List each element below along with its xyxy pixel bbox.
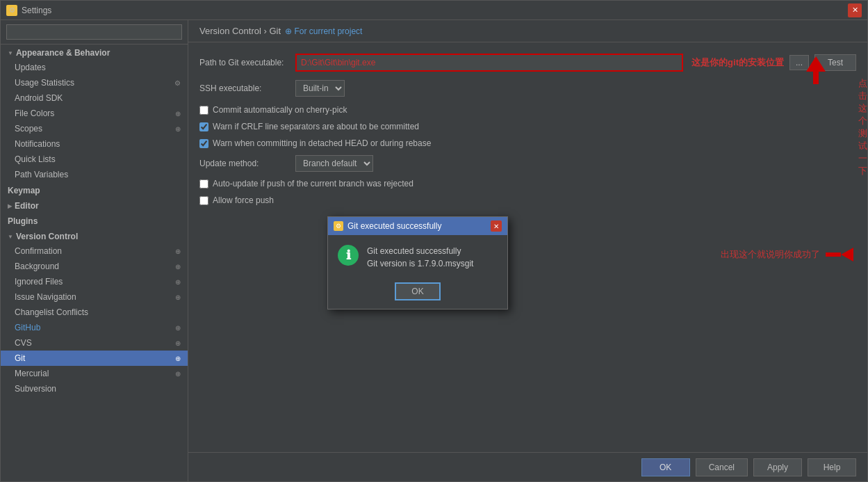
- sidebar-item-git[interactable]: Git ⊕: [1, 351, 188, 366]
- checkbox-auto-update-label: Auto-update if push of the current branc…: [213, 179, 413, 188]
- sidebar-item-changelist-conflicts[interactable]: Changelist Conflicts: [1, 305, 188, 320]
- sidebar-item-scopes[interactable]: Scopes ⊕: [1, 121, 188, 136]
- app-icon: ⚙: [6, 5, 17, 16]
- settings-icon: ⚙: [174, 79, 181, 87]
- sidebar-item-mercurial[interactable]: Mercurial ⊕: [1, 366, 188, 381]
- breadcrumb: Version Control › Git: [199, 26, 281, 36]
- ssh-select-container: Built-in: [295, 80, 345, 97]
- checkbox-crlf: Warn if CRLF line separators are about t…: [199, 122, 856, 131]
- checkbox-crlf-label: Warn if CRLF line separators are about t…: [213, 122, 419, 131]
- right-panel: Version Control › Git ⊕ For current proj…: [188, 20, 867, 481]
- git-success-dialog: ⚙ Git executed successfully ✕ ℹ Git exec…: [327, 216, 508, 310]
- ignored-icon: ⊕: [175, 278, 181, 286]
- sidebar-item-notifications[interactable]: Notifications: [1, 136, 188, 152]
- sidebar-item-path-variables[interactable]: Path Variables: [1, 167, 188, 182]
- mercurial-icon: ⊕: [175, 370, 181, 378]
- dialog-message-line1: Git executed successfully: [367, 245, 473, 257]
- checkbox-auto-update: Auto-update if push of the current branc…: [199, 179, 856, 188]
- ssh-form-row: SSH executable: Built-in: [199, 80, 856, 97]
- apply-button[interactable]: Apply: [753, 458, 802, 476]
- dialog-message: Git executed successfully Git version is…: [367, 245, 473, 270]
- checkbox-cherry-pick-input[interactable]: [199, 106, 208, 115]
- sidebar-item-plugins[interactable]: Plugins: [1, 213, 188, 228]
- search-input[interactable]: [6, 24, 182, 40]
- update-label: Update method:: [199, 159, 290, 168]
- project-link[interactable]: ⊕ For current project: [285, 26, 362, 36]
- sidebar-item-background[interactable]: Background ⊕: [1, 259, 188, 274]
- cancel-button[interactable]: Cancel: [696, 458, 748, 476]
- background-icon: ⊕: [175, 263, 181, 271]
- sidebar: ▼ Appearance & Behavior Updates Usage St…: [1, 20, 188, 481]
- sidebar-label-appearance: Appearance & Behavior: [16, 48, 110, 58]
- dialog-ok-button[interactable]: OK: [395, 282, 440, 300]
- checkbox-force-push: Allow force push: [199, 195, 856, 205]
- window-title: Settings: [22, 6, 51, 15]
- checkbox-crlf-input[interactable]: [199, 122, 208, 131]
- path-input-container: 这是你的git的安装位置: [295, 54, 784, 72]
- git-icon: ⊕: [175, 355, 181, 362]
- sidebar-item-subversion[interactable]: Subversion: [1, 381, 188, 396]
- editor-expand-icon: ▶: [8, 203, 12, 209]
- checkbox-detached-head-label: Warn when committing in detached HEAD or…: [213, 138, 431, 148]
- dialog-title-bar: ⚙ Git executed successfully ✕: [328, 217, 507, 235]
- main-content: ▼ Appearance & Behavior Updates Usage St…: [1, 20, 867, 481]
- dialog-close-button[interactable]: ✕: [491, 220, 502, 232]
- sidebar-item-confirmation[interactable]: Confirmation ⊕: [1, 243, 188, 259]
- expand-icon: ▼: [8, 50, 13, 56]
- checkbox-auto-update-input[interactable]: [199, 179, 208, 188]
- ssh-dropdown[interactable]: Built-in: [295, 80, 345, 97]
- ok-button[interactable]: OK: [641, 458, 690, 476]
- bottom-bar: OK Cancel Apply Help: [188, 452, 867, 481]
- sidebar-item-android-sdk[interactable]: Android SDK: [1, 90, 188, 106]
- click-annotation: 点击这个测试一下: [858, 77, 867, 177]
- checkbox-cherry-pick-label: Commit automatically on cherry-pick: [213, 105, 347, 115]
- title-bar: ⚙ Settings ✕: [1, 1, 867, 20]
- update-dropdown[interactable]: Branch default: [295, 155, 373, 172]
- dialog-footer: OK: [328, 277, 507, 309]
- sidebar-item-cvs[interactable]: CVS ⊕: [1, 335, 188, 351]
- sidebar-item-keymap[interactable]: Keymap: [1, 182, 188, 198]
- panel-body: Path to Git executable: 这是你的git的安装位置 ...…: [188, 42, 867, 452]
- sidebar-item-quick-lists[interactable]: Quick Lists: [1, 152, 188, 167]
- dialog-title: Git executed successfully: [347, 221, 441, 231]
- sidebar-item-usage-statistics[interactable]: Usage Statistics ⚙: [1, 75, 188, 90]
- file-colors-icon: ⊕: [175, 110, 181, 118]
- vc-expand-icon: ▼: [8, 234, 13, 240]
- github-icon: ⊕: [175, 324, 181, 332]
- arrow-left-head: [841, 248, 853, 262]
- sidebar-item-ignored-files[interactable]: Ignored Files ⊕: [1, 274, 188, 289]
- checkbox-detached-head: Warn when committing in detached HEAD or…: [199, 138, 856, 148]
- sidebar-item-file-colors[interactable]: File Colors ⊕: [1, 106, 188, 121]
- sidebar-item-issue-navigation[interactable]: Issue Navigation ⊕: [1, 289, 188, 305]
- dialog-title-left: ⚙ Git executed successfully: [334, 221, 441, 231]
- sidebar-item-editor[interactable]: ▶ Editor: [1, 198, 188, 213]
- path-input[interactable]: [295, 54, 683, 72]
- checkbox-force-push-input[interactable]: [199, 196, 208, 205]
- title-bar-left: ⚙ Settings: [6, 5, 51, 16]
- scopes-icon: ⊕: [175, 125, 181, 133]
- arrow-up-shaft: [813, 72, 819, 84]
- close-button[interactable]: ✕: [848, 3, 862, 17]
- checkbox-detached-head-input[interactable]: [199, 139, 208, 148]
- sidebar-item-appearance-behavior[interactable]: ▼ Appearance & Behavior: [1, 45, 188, 60]
- help-button[interactable]: Help: [808, 458, 856, 476]
- cvs-icon: ⊕: [175, 339, 181, 347]
- ssh-label: SSH executable:: [199, 83, 290, 93]
- issue-nav-icon: ⊕: [175, 294, 181, 301]
- dialog-info-icon: ℹ: [338, 245, 359, 266]
- panel-header: Version Control › Git ⊕ For current proj…: [188, 20, 867, 42]
- search-bar: [1, 20, 188, 45]
- checkbox-force-push-label: Allow force push: [213, 195, 274, 205]
- arrow-up-head: [806, 56, 826, 72]
- dialog-message-line2: Git version is 1.7.9.0.msysgit: [367, 257, 473, 270]
- dialog-title-icon: ⚙: [334, 221, 343, 231]
- arrow-left-shaft: [826, 252, 841, 257]
- sidebar-item-updates[interactable]: Updates: [1, 60, 188, 75]
- confirmation-icon: ⊕: [175, 248, 181, 255]
- checkbox-cherry-pick: Commit automatically on cherry-pick: [199, 105, 856, 115]
- arrow-left-container: 出现这个就说明你成功了: [721, 248, 853, 262]
- sidebar-item-version-control[interactable]: ▼ Version Control: [1, 228, 188, 243]
- success-annotation: 出现这个就说明你成功了: [721, 248, 820, 261]
- sidebar-item-github[interactable]: GitHub ⊕: [1, 320, 188, 335]
- path-form-row: Path to Git executable: 这是你的git的安装位置 ...…: [199, 54, 856, 72]
